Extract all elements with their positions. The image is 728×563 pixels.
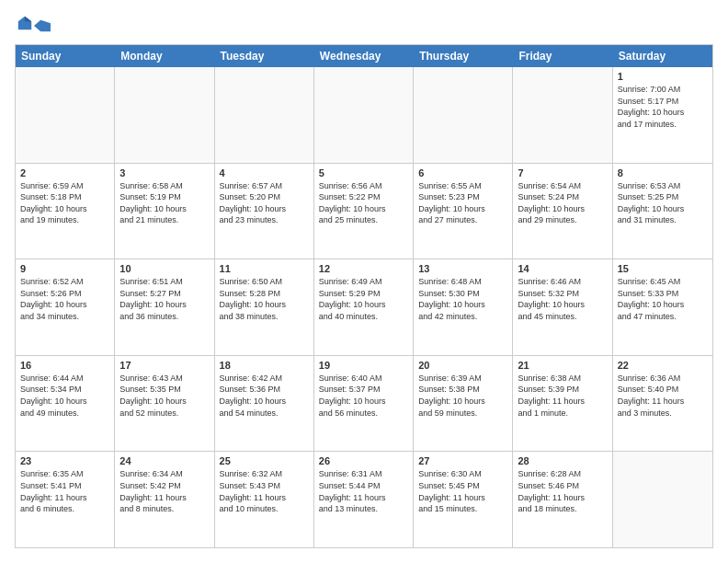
day-info: Sunrise: 6:40 AM Sunset: 5:37 PM Dayligh…: [319, 373, 408, 419]
calendar: SundayMondayTuesdayWednesdayThursdayFrid…: [15, 44, 713, 548]
logo-icon: [17, 15, 33, 31]
day-number: 17: [119, 360, 209, 371]
calendar-day-cell: [414, 67, 513, 163]
day-number: 2: [20, 167, 109, 178]
day-number: 27: [418, 455, 507, 466]
day-info: Sunrise: 6:36 AM Sunset: 5:40 PM Dayligh…: [618, 373, 708, 419]
page: SundayMondayTuesdayWednesdayThursdayFrid…: [0, 0, 728, 563]
calendar-day-cell: 9Sunrise: 6:52 AM Sunset: 5:26 PM Daylig…: [16, 259, 115, 355]
calendar-day-cell: [16, 67, 115, 163]
calendar-day-cell: [115, 67, 214, 163]
day-number: 21: [518, 360, 607, 371]
day-number: 15: [618, 263, 708, 274]
day-info: Sunrise: 6:44 AM Sunset: 5:34 PM Dayligh…: [20, 373, 109, 419]
calendar-day-cell: 1Sunrise: 7:00 AM Sunset: 5:17 PM Daylig…: [613, 67, 712, 163]
day-number: 14: [518, 263, 607, 274]
day-number: 12: [319, 263, 408, 274]
day-number: 5: [319, 167, 408, 178]
svg-marker-1: [25, 17, 31, 21]
day-info: Sunrise: 6:50 AM Sunset: 5:28 PM Dayligh…: [220, 276, 309, 322]
calendar-day-cell: [513, 67, 612, 163]
calendar-day-cell: [314, 67, 414, 163]
day-number: 16: [20, 360, 109, 371]
calendar-day-cell: 7Sunrise: 6:54 AM Sunset: 5:24 PM Daylig…: [513, 164, 612, 259]
calendar-day-cell: 4Sunrise: 6:57 AM Sunset: 5:20 PM Daylig…: [215, 164, 314, 259]
calendar-header: SundayMondayTuesdayWednesdayThursdayFrid…: [16, 45, 712, 67]
calendar-header-day: Saturday: [613, 45, 712, 67]
calendar-day-cell: 17Sunrise: 6:43 AM Sunset: 5:35 PM Dayli…: [115, 356, 214, 452]
day-number: 20: [418, 360, 507, 371]
day-number: 25: [220, 455, 309, 466]
day-info: Sunrise: 6:46 AM Sunset: 5:32 PM Dayligh…: [518, 276, 607, 322]
calendar-day-cell: 24Sunrise: 6:34 AM Sunset: 5:42 PM Dayli…: [115, 452, 214, 547]
calendar-day-cell: 23Sunrise: 6:35 AM Sunset: 5:41 PM Dayli…: [16, 452, 115, 547]
calendar-day-cell: 12Sunrise: 6:49 AM Sunset: 5:29 PM Dayli…: [314, 259, 414, 355]
day-number: 6: [418, 167, 507, 178]
day-info: Sunrise: 6:49 AM Sunset: 5:29 PM Dayligh…: [319, 276, 408, 322]
day-info: Sunrise: 6:45 AM Sunset: 5:33 PM Dayligh…: [618, 276, 708, 322]
day-number: 19: [319, 360, 408, 371]
calendar-day-cell: [215, 67, 314, 163]
day-number: 9: [20, 263, 109, 274]
calendar-day-cell: 21Sunrise: 6:38 AM Sunset: 5:39 PM Dayli…: [513, 356, 612, 452]
day-info: Sunrise: 6:32 AM Sunset: 5:43 PM Dayligh…: [220, 468, 309, 514]
day-number: 8: [618, 167, 708, 178]
calendar-day-cell: 19Sunrise: 6:40 AM Sunset: 5:37 PM Dayli…: [314, 356, 414, 452]
calendar-week-row: 2Sunrise: 6:59 AM Sunset: 5:18 PM Daylig…: [16, 164, 712, 260]
header: [15, 15, 713, 35]
calendar-day-cell: 10Sunrise: 6:51 AM Sunset: 5:27 PM Dayli…: [115, 259, 214, 355]
calendar-day-cell: 26Sunrise: 6:31 AM Sunset: 5:44 PM Dayli…: [314, 452, 414, 547]
day-number: 24: [119, 455, 209, 466]
day-info: Sunrise: 6:59 AM Sunset: 5:18 PM Dayligh…: [20, 180, 109, 226]
day-info: Sunrise: 6:55 AM Sunset: 5:23 PM Dayligh…: [418, 180, 507, 226]
calendar-day-cell: 8Sunrise: 6:53 AM Sunset: 5:25 PM Daylig…: [613, 164, 712, 259]
calendar-week-row: 1Sunrise: 7:00 AM Sunset: 5:17 PM Daylig…: [16, 67, 712, 164]
day-info: Sunrise: 6:51 AM Sunset: 5:27 PM Dayligh…: [119, 276, 209, 322]
calendar-week-row: 9Sunrise: 6:52 AM Sunset: 5:26 PM Daylig…: [16, 259, 712, 356]
svg-marker-2: [34, 20, 51, 32]
day-info: Sunrise: 6:30 AM Sunset: 5:45 PM Dayligh…: [418, 468, 507, 514]
day-info: Sunrise: 6:31 AM Sunset: 5:44 PM Dayligh…: [319, 468, 408, 514]
logo-flag-icon: [34, 19, 51, 32]
day-number: 13: [418, 263, 507, 274]
day-info: Sunrise: 6:35 AM Sunset: 5:41 PM Dayligh…: [20, 468, 109, 514]
day-number: 11: [220, 263, 309, 274]
day-number: 22: [618, 360, 708, 371]
calendar-header-day: Tuesday: [215, 45, 314, 67]
day-number: 4: [220, 167, 309, 178]
day-info: Sunrise: 6:56 AM Sunset: 5:22 PM Dayligh…: [319, 180, 408, 226]
day-info: Sunrise: 6:42 AM Sunset: 5:36 PM Dayligh…: [220, 373, 309, 419]
calendar-day-cell: 14Sunrise: 6:46 AM Sunset: 5:32 PM Dayli…: [513, 259, 612, 355]
day-info: Sunrise: 6:38 AM Sunset: 5:39 PM Dayligh…: [518, 373, 607, 419]
day-info: Sunrise: 6:39 AM Sunset: 5:38 PM Dayligh…: [418, 373, 507, 419]
day-info: Sunrise: 7:00 AM Sunset: 5:17 PM Dayligh…: [618, 84, 708, 130]
day-info: Sunrise: 6:28 AM Sunset: 5:46 PM Dayligh…: [518, 468, 607, 514]
calendar-day-cell: 25Sunrise: 6:32 AM Sunset: 5:43 PM Dayli…: [215, 452, 314, 547]
logo: [15, 15, 51, 35]
day-number: 28: [518, 455, 607, 466]
calendar-header-day: Monday: [115, 45, 214, 67]
calendar-day-cell: 28Sunrise: 6:28 AM Sunset: 5:46 PM Dayli…: [513, 452, 612, 547]
day-number: 18: [220, 360, 309, 371]
calendar-day-cell: 27Sunrise: 6:30 AM Sunset: 5:45 PM Dayli…: [414, 452, 513, 547]
day-number: 26: [319, 455, 408, 466]
day-info: Sunrise: 6:34 AM Sunset: 5:42 PM Dayligh…: [119, 468, 209, 514]
calendar-day-cell: 13Sunrise: 6:48 AM Sunset: 5:30 PM Dayli…: [414, 259, 513, 355]
day-info: Sunrise: 6:53 AM Sunset: 5:25 PM Dayligh…: [618, 180, 708, 226]
calendar-week-row: 23Sunrise: 6:35 AM Sunset: 5:41 PM Dayli…: [16, 452, 712, 547]
day-number: 7: [518, 167, 607, 178]
day-info: Sunrise: 6:54 AM Sunset: 5:24 PM Dayligh…: [518, 180, 607, 226]
calendar-day-cell: 2Sunrise: 6:59 AM Sunset: 5:18 PM Daylig…: [16, 164, 115, 259]
calendar-body: 1Sunrise: 7:00 AM Sunset: 5:17 PM Daylig…: [16, 67, 712, 547]
calendar-day-cell: 20Sunrise: 6:39 AM Sunset: 5:38 PM Dayli…: [414, 356, 513, 452]
calendar-header-day: Thursday: [414, 45, 513, 67]
calendar-day-cell: 5Sunrise: 6:56 AM Sunset: 5:22 PM Daylig…: [314, 164, 414, 259]
day-number: 3: [119, 167, 209, 178]
day-number: 10: [119, 263, 209, 274]
calendar-day-cell: [613, 452, 712, 547]
calendar-day-cell: 18Sunrise: 6:42 AM Sunset: 5:36 PM Dayli…: [215, 356, 314, 452]
day-number: 1: [618, 71, 708, 82]
calendar-day-cell: 16Sunrise: 6:44 AM Sunset: 5:34 PM Dayli…: [16, 356, 115, 452]
day-number: 23: [20, 455, 109, 466]
calendar-week-row: 16Sunrise: 6:44 AM Sunset: 5:34 PM Dayli…: [16, 356, 712, 453]
